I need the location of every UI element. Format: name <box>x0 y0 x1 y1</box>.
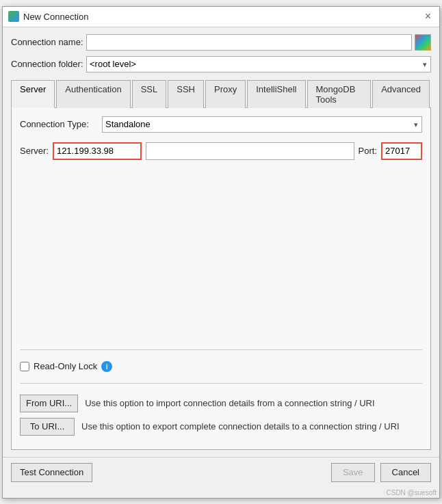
server-extra-input[interactable] <box>146 142 354 160</box>
tab-authentication[interactable]: Authentication <box>56 80 130 108</box>
tab-bar: Server Authentication SSL SSH Proxy Inte… <box>11 79 431 108</box>
title-bar-left: New Connection <box>8 11 88 22</box>
app-icon <box>8 11 19 22</box>
tab-advanced[interactable]: Advanced <box>372 80 430 108</box>
tab-proxy[interactable]: Proxy <box>205 80 246 108</box>
connection-type-wrapper: Standalone Replica Set Sharded Cluster <box>102 116 422 133</box>
readonly-row: Read-Only Lock i <box>20 356 422 377</box>
connection-name-row: Connection name: <box>11 34 431 51</box>
server-ip-input[interactable] <box>53 142 142 160</box>
server-row: Server: Port: <box>20 142 422 160</box>
port-label: Port: <box>359 146 377 156</box>
info-icon[interactable]: i <box>101 361 112 372</box>
title-bar: New Connection × <box>3 7 439 27</box>
tab-ssh[interactable]: SSH <box>168 80 204 108</box>
connection-folder-select[interactable]: <root level> <box>86 56 431 72</box>
close-button[interactable]: × <box>422 10 434 23</box>
tab-content-server: Connection Type: Standalone Replica Set … <box>11 108 431 450</box>
main-window: New Connection × Connection name: Connec… <box>2 6 440 499</box>
separator-1 <box>20 349 422 350</box>
tab-intellishell[interactable]: IntelliShell <box>247 80 305 108</box>
window-title: New Connection <box>23 12 88 22</box>
test-connection-button[interactable]: Test Connection <box>11 463 92 482</box>
separator-2 <box>20 383 422 384</box>
from-uri-row: From URI... Use this option to import co… <box>20 395 422 412</box>
connection-type-row: Connection Type: Standalone Replica Set … <box>20 116 422 133</box>
content-area: Connection name: Connection folder: <roo… <box>3 27 439 457</box>
to-uri-description: Use this option to export complete conne… <box>81 421 400 432</box>
connection-folder-row: Connection folder: <root level> <box>11 56 431 72</box>
connection-name-input[interactable] <box>86 34 412 51</box>
tab-ssl[interactable]: SSL <box>132 80 167 108</box>
save-button[interactable]: Save <box>331 463 375 482</box>
color-picker-button[interactable] <box>415 34 431 51</box>
footer: Test Connection Save Cancel <box>3 457 439 488</box>
uri-section: From URI... Use this option to import co… <box>20 389 422 441</box>
connection-type-select[interactable]: Standalone Replica Set Sharded Cluster <box>102 116 422 133</box>
readonly-label: Read-Only Lock <box>34 361 97 371</box>
readonly-checkbox[interactable] <box>20 362 29 371</box>
to-uri-row: To URI... Use this option to export comp… <box>20 418 422 436</box>
tab-spacer <box>20 168 422 344</box>
connection-type-label: Connection Type: <box>20 119 102 129</box>
to-uri-button[interactable]: To URI... <box>20 418 75 436</box>
connection-folder-label: Connection folder: <box>11 59 86 69</box>
server-label: Server: <box>20 146 49 156</box>
port-input[interactable] <box>381 142 422 160</box>
tab-mongodb-tools[interactable]: MongoDB Tools <box>307 80 372 108</box>
cancel-button[interactable]: Cancel <box>380 463 431 482</box>
from-uri-button[interactable]: From URI... <box>20 395 78 412</box>
tab-server[interactable]: Server <box>11 80 55 108</box>
connection-folder-wrapper: <root level> <box>86 56 431 72</box>
watermark: CSDN @suesoft <box>3 488 439 498</box>
connection-name-label: Connection name: <box>11 37 86 47</box>
from-uri-description: Use this option to import connection det… <box>85 398 374 408</box>
